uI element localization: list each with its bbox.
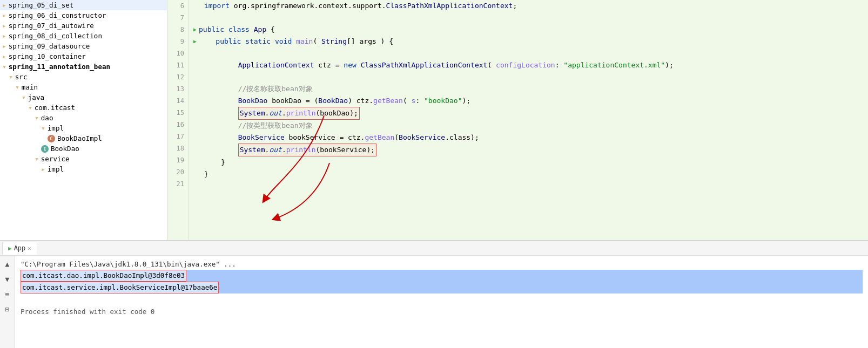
sidebar-item-dao-impl[interactable]: ▾ impl — [0, 123, 167, 133]
folder-icon: ▸ — [2, 1, 6, 9]
code-text-6: import org.springframework.context.suppo… — [204, 0, 517, 12]
sidebar-item-service-impl[interactable]: ▸ impl — [0, 164, 167, 174]
code-lines: import org.springframework.context.suppo… — [189, 0, 868, 240]
bottom-tab-app[interactable]: ▶ App × — [2, 242, 37, 255]
run-arrow-9[interactable]: ▶ — [193, 36, 197, 47]
folder-icon: ▾ — [35, 114, 39, 122]
console-text-3-outlined: com.itcast.service.impl.BookServiceImpl@… — [21, 282, 219, 294]
sidebar-item-label: BookDaoImpl — [57, 134, 102, 142]
code-text-21 — [204, 180, 208, 192]
sidebar-item-label: com.itcast — [35, 104, 75, 112]
sidebar-item-spring11[interactable]: ▾ spring_11_annotation_bean — [0, 62, 167, 72]
bottom-panel: ▶ App × ▲ ▼ ≡ ⊟ "C:\Program Files\Java\j… — [0, 240, 868, 348]
code-line-16: //按类型获取bean对象 — [193, 120, 864, 132]
code-line-20: } — [193, 168, 864, 180]
folder-icon: ▾ — [2, 63, 6, 71]
code-line-10 — [193, 47, 864, 59]
bottom-tab-label: App — [14, 244, 26, 252]
scroll-up-button[interactable]: ▲ — [2, 258, 14, 270]
sidebar-item-comitcast[interactable]: ▾ com.itcast — [0, 103, 167, 113]
bottom-tabs: ▶ App × — [0, 241, 868, 256]
sidebar-item-spring09[interactable]: ▸ spring_09_datasource — [0, 41, 167, 51]
sidebar-item-spring06[interactable]: ▸ spring_06_di_constructor — [0, 10, 167, 21]
code-line-14: BookDao bookDao = (BookDao) ctz.getBean(… — [193, 95, 864, 107]
process-finished-text: Process finished with exit code 0 — [21, 308, 154, 316]
sidebar-item-spring05[interactable]: ▸ spring_05_di_set — [0, 0, 167, 10]
folder-icon: ▸ — [2, 52, 6, 60]
console-line-4 — [21, 294, 863, 304]
console-text-2-outlined: com.itcast.dao.impl.BookDaoImpl@3d0f8e03 — [21, 270, 186, 282]
sidebar-item-label: BookDao — [51, 145, 79, 153]
code-text-7 — [204, 12, 208, 24]
sidebar-item-label: src — [15, 73, 28, 81]
sidebar-item-src[interactable]: ▾ src — [0, 72, 167, 82]
main-area: ▸ spring_05_di_set ▸ spring_06_di_constr… — [0, 0, 868, 240]
folder-icon: ▸ — [41, 165, 45, 173]
scroll-down-button[interactable]: ▼ — [2, 273, 14, 285]
sidebar-item-label: spring_11_annotation_bean — [9, 63, 110, 71]
bottom-tab-close[interactable]: × — [28, 245, 31, 252]
sidebar-item-label: spring_05_di_set — [9, 1, 73, 9]
sidebar-item-bookdaoimpl[interactable]: C BookDaoImpl — [0, 133, 167, 144]
code-text-13: //按名称获取bean对象 — [204, 83, 313, 95]
ln-20: 20 — [172, 166, 184, 178]
sidebar-item-spring07[interactable]: ▸ spring_07_di_autowire — [0, 21, 167, 31]
run-tab-icon: ▶ — [8, 245, 12, 252]
code-text-18: System.out.println(bookService); — [204, 144, 376, 156]
sidebar-item-java[interactable]: ▾ java — [0, 92, 167, 103]
code-line-19: } — [193, 156, 864, 168]
sidebar-item-label: spring_07_di_autowire — [9, 22, 94, 30]
sidebar-item-dao[interactable]: ▾ dao — [0, 113, 167, 123]
ln-6: 6 — [172, 0, 184, 12]
interface-icon: I — [41, 145, 49, 153]
sidebar: ▸ spring_05_di_set ▸ spring_06_di_constr… — [0, 0, 167, 240]
align-button[interactable]: ≡ — [2, 288, 14, 300]
code-line-11: ApplicationContext ctz = new ClassPathXm… — [193, 59, 864, 71]
console-line-5: Process finished with exit code 0 — [21, 306, 863, 317]
ln-13: 13 — [172, 83, 184, 95]
ln-10: 10 — [172, 47, 184, 59]
sidebar-item-label: spring_06_di_constructor — [9, 11, 106, 19]
code-text-11: ApplicationContext ctz = new ClassPathXm… — [204, 59, 674, 71]
code-text-17: BookService bookService = ctz.getBean(Bo… — [204, 132, 479, 144]
sidebar-item-label: spring_08_di_collection — [9, 32, 102, 40]
line-numbers: 6 7 8 9 10 11 12 13 14 15 16 17 18 19 20… — [167, 0, 189, 240]
ln-9: 9 — [172, 36, 184, 47]
sidebar-item-bookdao[interactable]: I BookDao — [0, 144, 167, 154]
folder-icon: ▾ — [28, 104, 32, 112]
code-container: 6 7 8 9 10 11 12 13 14 15 16 17 18 19 20… — [167, 0, 868, 240]
folder-icon: ▾ — [35, 155, 39, 163]
console-text-1: "C:\Program Files\Java\jdk1.8.0_131\bin\… — [21, 260, 236, 268]
code-line-9: ▶ public static void main( String[] args… — [193, 36, 864, 47]
sidebar-item-label: service — [41, 155, 70, 163]
folder-icon: ▾ — [15, 83, 19, 91]
sidebar-item-service[interactable]: ▾ service — [0, 154, 167, 164]
ln-12: 12 — [172, 71, 184, 83]
console-line-1: "C:\Program Files\Java\jdk1.8.0_131\bin\… — [21, 259, 863, 270]
bottom-sidebar: ▲ ▼ ≡ ⊟ — [0, 256, 15, 348]
code-text-12 — [204, 71, 208, 83]
folder-icon: ▾ — [9, 73, 13, 81]
sidebar-item-label: main — [22, 83, 38, 91]
code-text-15: System.out.println(bookDao); — [204, 107, 360, 120]
sidebar-item-label: spring_09_datasource — [9, 42, 90, 50]
ln-17: 17 — [172, 131, 184, 142]
code-text-16: //按类型获取bean对象 — [204, 120, 313, 132]
editor-area: 6 7 8 9 10 11 12 13 14 15 16 17 18 19 20… — [167, 0, 868, 240]
code-text-8: public class App { — [199, 24, 275, 36]
filter-button[interactable]: ⊟ — [2, 303, 14, 315]
sidebar-item-spring10[interactable]: ▸ spring_10_container — [0, 51, 167, 62]
sidebar-item-main[interactable]: ▾ main — [0, 82, 167, 92]
code-line-13: //按名称获取bean对象 — [193, 83, 864, 95]
run-arrow-8[interactable]: ▶ — [193, 24, 197, 36]
ln-21: 21 — [172, 178, 184, 190]
sidebar-item-label: dao — [41, 114, 53, 122]
code-text-10 — [204, 47, 208, 59]
console-line-2: com.itcast.dao.impl.BookDaoImpl@3d0f8e03 — [21, 270, 863, 282]
sidebar-item-spring08[interactable]: ▸ spring_08_di_collection — [0, 31, 167, 41]
ln-7: 7 — [172, 12, 184, 24]
folder-icon: ▸ — [2, 32, 6, 40]
code-line-18: System.out.println(bookService); — [193, 144, 864, 156]
ln-8: 8 — [172, 24, 184, 36]
code-line-8: ▶ public class App { — [193, 24, 864, 36]
